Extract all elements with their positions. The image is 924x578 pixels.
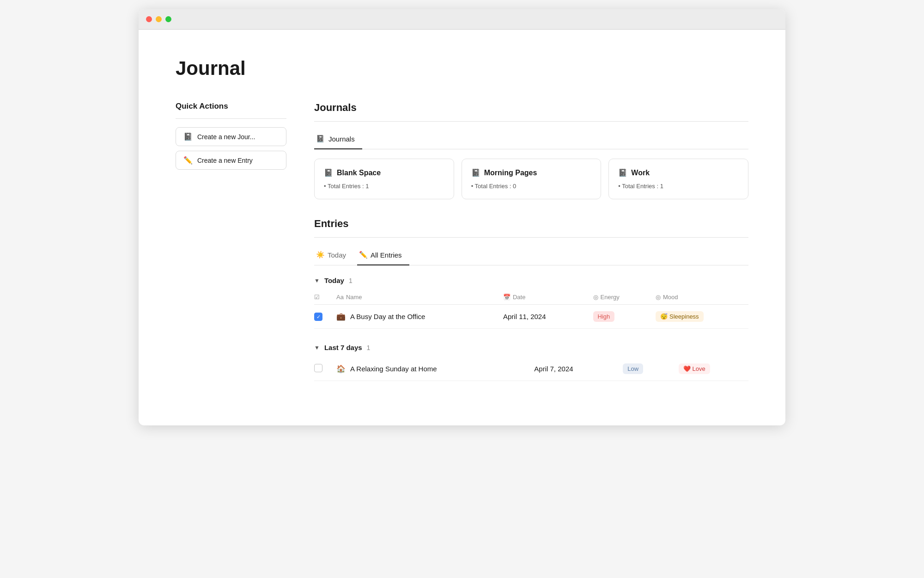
- blank-space-bullet: •: [324, 183, 328, 190]
- row2-mood-emoji: ❤️: [683, 365, 691, 372]
- mood-col-label: Mood: [663, 294, 678, 301]
- name-col-icon: Aa: [336, 294, 344, 301]
- create-journal-button[interactable]: 📓 Create a new Jour...: [176, 127, 286, 146]
- today-chevron-icon: ▼: [314, 277, 320, 284]
- morning-pages-bullet: •: [471, 183, 475, 190]
- row1-mood-emoji: 😴: [660, 313, 668, 320]
- minimize-button[interactable]: [156, 16, 162, 22]
- journals-divider: [314, 121, 748, 122]
- all-entries-tab-label: All Entries: [371, 251, 402, 259]
- journal-card-work[interactable]: 📓 Work • Total Entries : 1: [608, 159, 748, 199]
- journals-tabs: 📓 Journals: [314, 131, 748, 149]
- morning-pages-icon: 📓: [471, 168, 480, 177]
- journal-cards: 📓 Blank Space • Total Entries : 1 📓 Morn…: [314, 159, 748, 199]
- checkbox-header-icon: ☑: [314, 294, 320, 301]
- all-entries-tab-icon: ✏️: [359, 251, 368, 259]
- blank-space-title-row: 📓 Blank Space: [324, 168, 444, 177]
- row2-mood-cell: ❤️ Love: [673, 357, 748, 381]
- row2-date-cell: April 7, 2024: [529, 357, 617, 381]
- journal-card-blank-space[interactable]: 📓 Blank Space • Total Entries : 1: [314, 159, 454, 199]
- tab-today[interactable]: ☀️ Today: [314, 247, 353, 265]
- work-icon: 📓: [618, 168, 627, 177]
- today-group-count: 1: [349, 277, 353, 284]
- create-journal-label: Create a new Jour...: [197, 133, 255, 141]
- app-window: Journal Quick Actions 📓 Create a new Jou…: [139, 9, 785, 425]
- journals-section-title: Journals: [314, 102, 748, 114]
- energy-col-icon: ◎: [593, 294, 598, 301]
- morning-pages-entries: Total Entries : 0: [475, 183, 517, 190]
- date-col-icon: 📅: [503, 294, 511, 301]
- main-layout: Quick Actions 📓 Create a new Jour... ✏️ …: [176, 102, 748, 381]
- row2-name-cell: 🏠 A Relaxing Sunday at Home: [331, 357, 529, 381]
- page-content: Journal Quick Actions 📓 Create a new Jou…: [139, 30, 785, 409]
- journals-tab-label: Journals: [328, 135, 355, 143]
- last7days-table: 🏠 A Relaxing Sunday at Home April 7, 202…: [314, 357, 748, 381]
- create-entry-button[interactable]: ✏️ Create a new Entry: [176, 151, 286, 170]
- titlebar: [139, 9, 785, 30]
- close-button[interactable]: [146, 16, 152, 22]
- today-tab-icon: ☀️: [316, 251, 325, 259]
- table-row: ✓ 💼 A Busy Day at the Office April: [314, 305, 748, 329]
- last7days-group-label: Last 7 days: [324, 344, 362, 351]
- sidebar-divider: [176, 118, 286, 119]
- today-group-header: ▼ Today 1: [314, 277, 748, 284]
- blank-space-title: Blank Space: [337, 169, 381, 177]
- today-group: ▼ Today 1 ☑: [314, 277, 748, 329]
- col-energy-header: ◎ Energy: [588, 290, 650, 305]
- last7days-group: ▼ Last 7 days 1 �: [314, 344, 748, 381]
- blank-space-icon: 📓: [324, 168, 333, 177]
- row2-energy-cell: Low: [617, 357, 673, 381]
- morning-pages-title-row: 📓 Morning Pages: [471, 168, 592, 177]
- row2-checkbox[interactable]: [314, 364, 322, 372]
- today-tab-label: Today: [328, 251, 346, 259]
- table-row: 🏠 A Relaxing Sunday at Home April 7, 202…: [314, 357, 748, 381]
- row1-date-cell: April 11, 2024: [498, 305, 588, 329]
- last7days-group-header: ▼ Last 7 days 1: [314, 344, 748, 351]
- create-entry-icon: ✏️: [183, 156, 193, 165]
- row1-checkbox[interactable]: ✓: [314, 313, 322, 321]
- row1-date: April 11, 2024: [503, 313, 546, 320]
- col-checkbox: ☑: [314, 290, 331, 305]
- row2-entry-name: A Relaxing Sunday at Home: [350, 365, 437, 373]
- row1-mood-badge: 😴 Sleepiness: [656, 311, 704, 322]
- name-col-label: Name: [346, 294, 362, 301]
- work-meta: • Total Entries : 1: [618, 183, 739, 190]
- today-table: ☑ Aa Name: [314, 290, 748, 329]
- row2-mood-label: Love: [693, 365, 705, 372]
- today-group-label: Today: [324, 277, 344, 284]
- morning-pages-title: Morning Pages: [484, 169, 537, 177]
- row2-checkbox-cell: [314, 357, 331, 381]
- work-title: Work: [631, 169, 650, 177]
- page-title: Journal: [176, 57, 748, 80]
- maximize-button[interactable]: [165, 16, 171, 22]
- tab-journals[interactable]: 📓 Journals: [314, 131, 362, 149]
- entries-divider: [314, 237, 748, 238]
- date-col-label: Date: [513, 294, 525, 301]
- entries-section-title: Entries: [314, 218, 748, 230]
- row2-mood-badge: ❤️ Love: [679, 363, 710, 374]
- row1-entry-icon: 💼: [336, 312, 346, 321]
- row1-mood-cell: 😴 Sleepiness: [650, 305, 748, 329]
- quick-actions-title: Quick Actions: [176, 102, 286, 111]
- morning-pages-meta: • Total Entries : 0: [471, 183, 592, 190]
- work-title-row: 📓 Work: [618, 168, 739, 177]
- journals-tab-icon: 📓: [316, 135, 325, 143]
- row1-energy-badge: High: [593, 311, 615, 322]
- table-header-row: ☑ Aa Name: [314, 290, 748, 305]
- row2-date: April 7, 2024: [534, 365, 573, 373]
- col-name-header: Aa Name: [331, 290, 498, 305]
- last7days-chevron-icon: ▼: [314, 344, 320, 351]
- row1-mood-label: Sleepiness: [669, 313, 699, 320]
- tab-all-entries[interactable]: ✏️ All Entries: [357, 247, 409, 265]
- energy-col-label: Energy: [601, 294, 620, 301]
- create-entry-label: Create a new Entry: [197, 157, 253, 164]
- row1-entry-name: A Busy Day at the Office: [350, 313, 425, 320]
- journal-card-morning-pages[interactable]: 📓 Morning Pages • Total Entries : 0: [462, 159, 602, 199]
- col-date-header: 📅 Date: [498, 290, 588, 305]
- row2-energy-badge: Low: [623, 363, 643, 374]
- sidebar: Quick Actions 📓 Create a new Jour... ✏️ …: [176, 102, 286, 381]
- mood-col-icon: ◎: [656, 294, 661, 301]
- blank-space-meta: • Total Entries : 1: [324, 183, 444, 190]
- work-entries: Total Entries : 1: [622, 183, 663, 190]
- row1-energy-cell: High: [588, 305, 650, 329]
